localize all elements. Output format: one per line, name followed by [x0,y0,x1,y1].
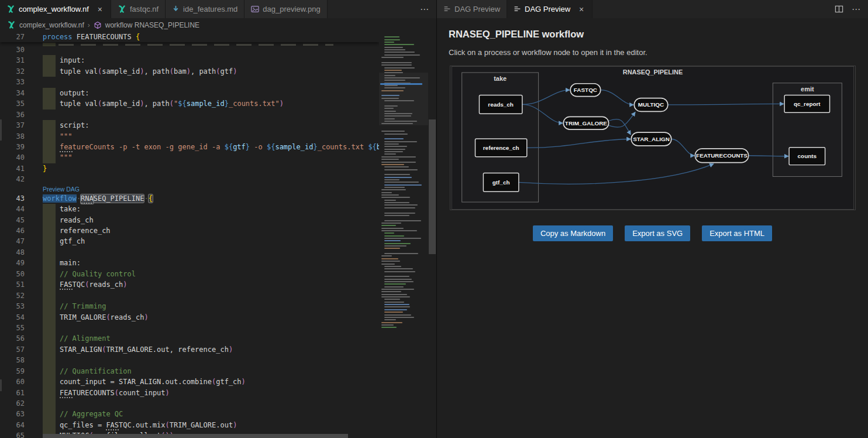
dag-node-MULTIQC[interactable]: MULTIQC [634,98,668,112]
code-line-46[interactable]: 46 reference_ch [0,225,379,236]
workbench: complex_workflow.nf×fastqc.nfide_feature… [0,0,868,438]
preview-icon [514,5,521,13]
code-line-38[interactable]: 38 """ [0,131,379,142]
code-line-51[interactable]: 51 FASTQC(reads_ch) [0,279,379,290]
code-line-52[interactable]: 52 [0,290,379,301]
svg-text:reads_ch: reads_ch [488,101,514,108]
tab-label: complex_workflow.nf [19,5,89,13]
vertical-scrollbar[interactable] [428,32,436,438]
breadcrumb-file[interactable]: complex_workflow.nf [19,21,84,29]
code-line-35[interactable]: 35 tuple val(sample_id), path("${sample_… [0,98,379,109]
panel-title: RNASEQ_PIPELINE workflow [449,29,856,40]
tab-complex-workflow-nf[interactable]: complex_workflow.nf× [0,0,111,18]
panel-tab-dag-preview[interactable]: DAG Preview× [507,0,593,18]
dag-node-qc_report[interactable]: qc_report [784,95,829,113]
code-line-47[interactable]: 47 gtf_ch [0,236,379,247]
clipped-line [0,43,379,46]
tabbar-spacer [328,0,413,18]
gutter-mark [0,119,2,141]
code-line-54[interactable]: 54 TRIM_GALORE(reads_ch) [0,312,379,323]
horizontal-scrollbar[interactable] [43,434,348,438]
svg-text:FEATURECOUNTS: FEATURECOUNTS [696,152,748,159]
dag-node-reference_ch[interactable]: reference_ch [475,139,526,157]
code-line-43[interactable]: 43workflow·RNASEQ_PIPELINE·{ [0,193,379,204]
minimap[interactable] [379,32,428,438]
tab-ide-features-md[interactable]: ide_features.md [166,0,244,18]
svg-text:gtf_ch: gtf_ch [492,179,510,186]
symbol-cube-icon [94,21,102,29]
tab-label: dag_preview.png [263,5,320,13]
code-line-49[interactable]: 49 main: [0,258,379,268]
export-as-html-button[interactable]: Export as HTML [702,225,772,241]
code-line-45[interactable]: 45 reads_ch [0,215,379,225]
code-line-42[interactable]: 42 [0,174,379,184]
svg-text:FASTQC: FASTQC [574,87,597,93]
close-icon[interactable]: × [96,5,104,14]
code-line-32[interactable]: 32 tuple val(sample_id), path(bam), path… [0,66,379,77]
code-line-59[interactable]: 59 // Quantification [0,366,379,377]
tabbar-actions: ⋯ [413,0,436,18]
dag-diagram[interactable]: RNASEQ_PIPELINEtakeemitreads_chreference… [450,66,856,210]
code-line-61[interactable]: 61 FEATURECOUNTS(count_input) [0,388,379,398]
codelens-preview-dag[interactable]: Preview DAG [43,186,80,193]
code-line-44[interactable]: 44 take: [0,204,379,214]
code-line-64[interactable]: 64 qc_files = FASTQC.out.mix(TRIM_GALORE… [0,420,379,430]
code-line-60[interactable]: 60 count_input = STAR_ALIGN.out.combine(… [0,377,379,387]
dag-node-STAR_ALIGN[interactable]: STAR_ALIGN [631,132,671,146]
dag-node-FEATURECOUNTS[interactable]: FEATURECOUNTS [695,149,748,163]
code-line-56[interactable]: 56 // Alignment [0,333,379,344]
code-line-33[interactable]: 33 [0,77,379,87]
more-actions-icon[interactable]: ⋯ [420,4,429,15]
editor-tabbar: complex_workflow.nf×fastqc.nfide_feature… [0,0,436,18]
breadcrumb: complex_workflow.nf › workflow RNASEQ_PI… [0,18,436,32]
dag-node-reads_ch[interactable]: reads_ch [479,95,522,114]
dag-node-counts[interactable]: counts [789,148,825,165]
svg-text:emit: emit [801,85,814,93]
export-as-svg-button[interactable]: Export as SVG [625,225,690,241]
panel-tab-dag-preview[interactable]: DAG Preview [437,0,507,18]
code-pane[interactable]: 27process FEATURECOUNTS { 3031 input:32 … [0,32,379,438]
sticky-scroll-line[interactable]: 27process FEATURECOUNTS { [0,32,379,42]
breadcrumb-symbol[interactable]: workflow RNASEQ_PIPELINE [105,21,199,29]
code-line-34[interactable]: 34 output: [0,88,379,98]
tab-fastqc-nf[interactable]: fastqc.nf [111,0,166,18]
code-line-50[interactable]: 50 // Quality control [0,269,379,279]
code-line-36[interactable]: 36 [0,110,379,120]
code-line-58[interactable]: 58 [0,355,379,365]
dag-node-gtf_ch[interactable]: gtf_ch [483,173,519,192]
code-lines[interactable]: 3031 input:32 tuple val(sample_id), path… [0,45,379,438]
svg-text:counts: counts [798,153,817,159]
dag-node-TRIM_GALORE[interactable]: TRIM_GALORE [563,117,608,129]
code-line-63[interactable]: 63 // Aggregate QC [0,409,379,419]
svg-text:take: take [494,75,507,82]
code-line-31[interactable]: 31 input: [0,55,379,66]
editor-group-right: DAG PreviewDAG Preview× ⋯ RNASEQ_PIPELIN… [437,0,868,438]
code-line-41[interactable]: 41} [0,163,379,174]
panel-more-actions-icon[interactable]: ⋯ [852,4,861,15]
code-line-57[interactable]: 57 STAR_ALIGN(TRIM_GALORE.out, reference… [0,344,379,355]
close-icon[interactable]: × [577,5,585,14]
panel-tabbar: DAG PreviewDAG Preview× ⋯ [437,0,868,18]
svg-text:reference_ch: reference_ch [483,145,519,151]
dag-label-workflow: RNASEQ_PIPELINE [623,69,683,76]
code-line-48[interactable]: 48 [0,247,379,258]
dag-preview-panel: RNASEQ_PIPELINE workflow Click on a proc… [437,18,868,438]
code-line-39[interactable]: 39 featureCounts -p -t exon -g gene_id -… [0,142,379,152]
tab-label: ide_features.md [183,5,237,13]
code-line-62[interactable]: 62 [0,398,379,409]
dag-node-FASTQC[interactable]: FASTQC [570,84,601,97]
split-editor-icon[interactable] [835,5,843,13]
code-line-53[interactable]: 53 // Trimming [0,301,379,312]
vertical-scrollbar-thumb[interactable] [429,119,436,254]
tab-dag-preview-png[interactable]: dag_preview.png [244,0,327,18]
codelens: Preview DAG [0,185,379,193]
code-line-37[interactable]: 37 script: [0,120,379,131]
tab-label: DAG Preview [525,5,570,13]
svg-text:qc_report: qc_report [794,101,821,107]
code-line-55[interactable]: 55 [0,323,379,333]
code-line-40[interactable]: 40 """ [0,152,379,163]
code-line-27[interactable]: 27process FEATURECOUNTS { [0,32,379,42]
copy-as-markdown-button[interactable]: Copy as Markdown [533,225,613,241]
editor: 27process FEATURECOUNTS { 3031 input:32 … [0,32,436,438]
svg-text:TRIM_GALORE: TRIM_GALORE [565,120,607,126]
